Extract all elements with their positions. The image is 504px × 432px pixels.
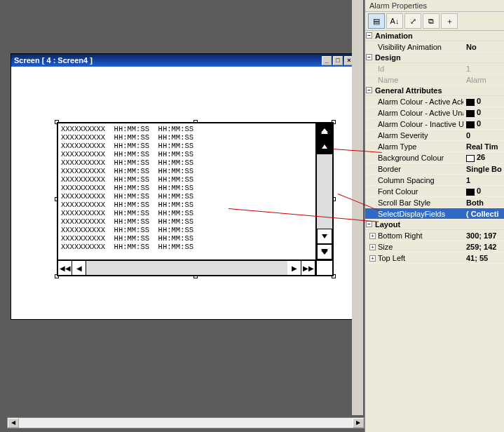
design-hscrollbar[interactable]: ◀ ▶ — [7, 417, 365, 428]
alphabetical-button[interactable]: A↓ — [386, 13, 403, 29]
window-title: Screen [ 4 : Screen4 ] — [14, 56, 320, 65]
category-design[interactable]: −Design — [365, 53, 504, 63]
properties-title: Alarm Properties — [365, 0, 504, 12]
design-canvas: Screen [ 4 : Screen4 ] _ □ × XXXXXXXXXX … — [0, 0, 365, 432]
alarm-widget-selection[interactable]: XXXXXXXXXX HH:MM:SS HH:MM:SS XXXXXXXXXX … — [57, 122, 334, 276]
alarm-hscrollbar: ◀◀ ◀ ▶ ▶▶ — [58, 259, 332, 275]
color-swatch — [466, 110, 475, 117]
category-animation[interactable]: −Animation — [365, 31, 504, 41]
scroll-left-button[interactable]: ◀ — [72, 261, 86, 275]
add-button[interactable]: ＋ — [441, 13, 458, 29]
expand-icon[interactable]: + — [369, 255, 376, 262]
scroll-page-down-button[interactable] — [317, 244, 332, 259]
collapse-icon[interactable]: − — [366, 221, 372, 227]
alarm-vscrollbar — [315, 123, 332, 259]
scroll-page-left-button[interactable]: ◀◀ — [58, 261, 72, 275]
collapse-icon[interactable]: − — [366, 54, 372, 60]
scroll-right-button[interactable]: ▶ — [287, 261, 301, 275]
prop-bottom-right[interactable]: +Bottom Right300; 197 — [365, 230, 504, 241]
prop-size[interactable]: +Size259; 142 — [365, 241, 504, 252]
properties-grid: −Animation Visibility AnimationNo −Desig… — [365, 31, 504, 264]
collapse-icon[interactable]: − — [366, 87, 372, 93]
scroll-page-up-button[interactable] — [317, 123, 332, 139]
prop-alarm-severity[interactable]: Alarm Severity0 — [365, 130, 504, 141]
color-swatch — [466, 121, 475, 128]
alarm-list: XXXXXXXXXX HH:MM:SS HH:MM:SS XXXXXXXXXX … — [58, 123, 315, 259]
scroll-corner — [315, 261, 332, 275]
prop-alarm-colour-active-una[interactable]: Alarm Colour - Active Una0 — [365, 107, 504, 119]
prop-border[interactable]: BorderSingle Bo — [365, 163, 504, 175]
prop-alarm-type[interactable]: Alarm TypeReal Tim — [365, 141, 504, 152]
alarm-widget: XXXXXXXXXX HH:MM:SS HH:MM:SS XXXXXXXXXX … — [57, 122, 334, 276]
scroll-page-right-button[interactable]: ▶▶ — [301, 261, 315, 275]
hscroll-track[interactable] — [19, 418, 353, 428]
color-swatch — [466, 155, 475, 162]
prop-font-colour[interactable]: Font Colour0 — [365, 186, 504, 197]
titlebar[interactable]: Screen [ 4 : Screen4 ] _ □ × — [11, 54, 357, 67]
prop-id[interactable]: Id1 — [365, 63, 504, 74]
color-swatch — [466, 189, 475, 196]
collapse-icon[interactable]: − — [366, 32, 372, 39]
hscroll-left-button[interactable]: ◀ — [8, 418, 19, 428]
screen-window: Screen [ 4 : Screen4 ] _ □ × XXXXXXXXXX … — [11, 53, 357, 320]
category-layout[interactable]: −Layout — [365, 220, 504, 230]
minimize-button[interactable]: _ — [322, 56, 332, 65]
scroll-down-button[interactable] — [317, 229, 332, 244]
svg-marker-3 — [322, 234, 327, 238]
expand-button[interactable]: ⤢ — [404, 13, 421, 29]
svg-marker-2 — [322, 144, 327, 149]
expand-icon[interactable]: + — [369, 233, 376, 239]
design-vscrollbar[interactable] — [352, 0, 363, 415]
prop-alarm-colour-inactive-un[interactable]: Alarm Colour - Inactive Un0 — [365, 119, 504, 130]
prop-scroll-bar-style[interactable]: Scroll Bar StyleBoth — [365, 197, 504, 208]
prop-visibility-animation[interactable]: Visibility AnimationNo — [365, 41, 504, 53]
properties-toolbar: ▤ A↓ ⤢ ⧉ ＋ — [365, 12, 504, 31]
maximize-button[interactable]: □ — [333, 56, 343, 65]
pages-button[interactable]: ⧉ — [423, 13, 440, 29]
categorized-button[interactable]: ▤ — [368, 13, 385, 29]
expand-icon[interactable]: + — [369, 244, 376, 250]
color-swatch — [466, 99, 475, 106]
properties-panel: Alarm Properties ▤ A↓ ⤢ ⧉ ＋ −Animation V… — [365, 0, 504, 432]
prop-alarm-colour-active-ack[interactable]: Alarm Colour - Active Ack0 — [365, 96, 504, 107]
prop-background-colour[interactable]: Background Colour26 — [365, 152, 504, 163]
prop-top-left[interactable]: +Top Left41; 55 — [365, 252, 504, 264]
hscroll-track[interactable] — [86, 261, 287, 275]
prop-column-spacing[interactable]: Column Spacing1 — [365, 175, 504, 186]
category-general[interactable]: −General Attributes — [365, 86, 504, 96]
prop-select-display-fields[interactable]: SelectDisplayFields( Collecti — [365, 208, 504, 220]
prop-name[interactable]: NameAlarm — [365, 74, 504, 86]
svg-marker-5 — [321, 250, 328, 255]
hscroll-right-button[interactable]: ▶ — [353, 418, 364, 428]
scroll-up-button[interactable] — [317, 139, 332, 154]
